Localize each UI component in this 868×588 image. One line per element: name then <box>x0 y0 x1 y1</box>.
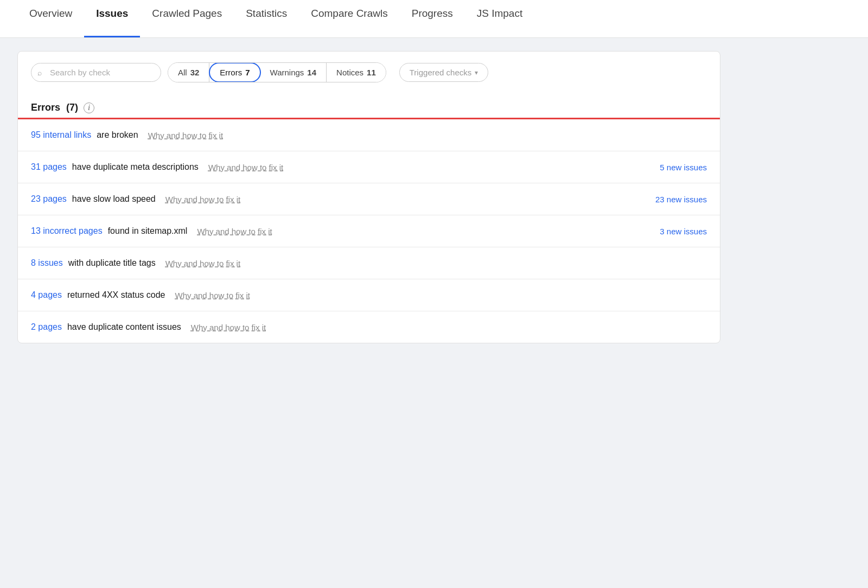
issue-row-duplicate-title: 8 issues with duplicate title tagsWhy an… <box>18 247 720 279</box>
issue-description-broken-links: are broken <box>97 130 138 140</box>
nav-tab-overview[interactable]: Overview <box>17 0 84 37</box>
filter-btn-warnings[interactable]: Warnings 14 <box>260 63 327 82</box>
filter-count-notices: 11 <box>367 68 376 77</box>
issue-left-4xx-status: 4 pages returned 4XX status codeWhy and … <box>31 290 250 300</box>
issue-left-duplicate-content: 2 pages have duplicate content issuesWhy… <box>31 322 266 332</box>
main-content: ⌕ All 32Errors 7Warnings 14Notices 11 Tr… <box>0 38 738 356</box>
why-link-duplicate-title[interactable]: Why and how to fix it <box>165 259 240 268</box>
new-issues-badge-slow-load: 23 new issues <box>655 195 707 204</box>
filter-label-warnings: Warnings <box>270 68 304 77</box>
nav-tab-statistics[interactable]: Statistics <box>234 0 299 37</box>
issue-link-broken-links[interactable]: 95 internal links <box>31 130 91 140</box>
filter-label-all: All <box>178 68 187 77</box>
issue-row-broken-links: 95 internal links are brokenWhy and how … <box>18 119 720 151</box>
nav-tab-progress[interactable]: Progress <box>400 0 465 37</box>
nav-tab-crawled-pages[interactable]: Crawled Pages <box>140 0 234 37</box>
issue-description-slow-load: have slow load speed <box>72 194 156 204</box>
issue-row-sitemap: 13 incorrect pages found in sitemap.xmlW… <box>18 215 720 247</box>
issue-link-duplicate-meta[interactable]: 31 pages <box>31 162 67 172</box>
filter-bar: ⌕ All 32Errors 7Warnings 14Notices 11 Tr… <box>18 52 720 93</box>
nav-tabs-list: OverviewIssuesCrawled PagesStatisticsCom… <box>17 0 534 37</box>
filter-label-errors: Errors <box>220 68 242 77</box>
nav-tab-js-impact[interactable]: JS Impact <box>465 0 534 37</box>
section-title: Errors (7) i <box>31 102 707 113</box>
issue-left-slow-load: 23 pages have slow load speedWhy and how… <box>31 194 240 204</box>
triggered-checks-button[interactable]: Triggered checks ▾ <box>399 63 489 82</box>
filter-count-errors: 7 <box>245 68 250 77</box>
search-input[interactable] <box>31 63 161 82</box>
issue-link-slow-load[interactable]: 23 pages <box>31 194 67 204</box>
new-issues-badge-sitemap: 3 new issues <box>660 227 707 236</box>
triggered-checks-label: Triggered checks <box>410 68 472 77</box>
chevron-down-icon: ▾ <box>475 69 478 76</box>
filter-btn-errors[interactable]: Errors 7 <box>209 62 260 82</box>
section-header: Errors (7) i <box>18 93 720 118</box>
issue-left-duplicate-meta: 31 pages have duplicate meta description… <box>31 162 283 172</box>
issue-row-duplicate-meta: 31 pages have duplicate meta description… <box>18 151 720 183</box>
top-navigation: OverviewIssuesCrawled PagesStatisticsCom… <box>0 0 868 38</box>
issue-left-duplicate-title: 8 issues with duplicate title tagsWhy an… <box>31 258 240 268</box>
issue-description-duplicate-content: have duplicate content issues <box>67 322 181 332</box>
filter-btn-notices[interactable]: Notices 11 <box>327 63 386 82</box>
issue-left-broken-links: 95 internal links are brokenWhy and how … <box>31 130 223 140</box>
issue-description-duplicate-title: with duplicate title tags <box>68 258 156 268</box>
why-link-duplicate-content[interactable]: Why and how to fix it <box>191 323 266 332</box>
issue-link-duplicate-content[interactable]: 2 pages <box>31 322 62 332</box>
issue-row-4xx-status: 4 pages returned 4XX status codeWhy and … <box>18 279 720 311</box>
why-link-duplicate-meta[interactable]: Why and how to fix it <box>208 163 283 172</box>
issue-link-duplicate-title[interactable]: 8 issues <box>31 258 63 268</box>
issue-link-sitemap[interactable]: 13 incorrect pages <box>31 226 103 236</box>
search-wrapper: ⌕ <box>31 63 161 82</box>
issues-panel: ⌕ All 32Errors 7Warnings 14Notices 11 Tr… <box>17 51 720 343</box>
new-issues-badge-duplicate-meta: 5 new issues <box>660 163 707 172</box>
filter-btn-all[interactable]: All 32 <box>168 63 209 82</box>
issues-list: 95 internal links are brokenWhy and how … <box>18 119 720 343</box>
issue-row-duplicate-content: 2 pages have duplicate content issuesWhy… <box>18 311 720 343</box>
issue-link-4xx-status[interactable]: 4 pages <box>31 290 62 300</box>
filter-count-warnings: 14 <box>307 68 316 77</box>
nav-tab-compare-crawls[interactable]: Compare Crawls <box>299 0 399 37</box>
why-link-slow-load[interactable]: Why and how to fix it <box>165 195 240 204</box>
why-link-4xx-status[interactable]: Why and how to fix it <box>175 291 250 300</box>
issue-row-slow-load: 23 pages have slow load speedWhy and how… <box>18 183 720 215</box>
info-icon[interactable]: i <box>84 103 94 113</box>
issue-description-4xx-status: returned 4XX status code <box>67 290 165 300</box>
filter-buttons-group: All 32Errors 7Warnings 14Notices 11 <box>168 62 386 82</box>
filter-label-notices: Notices <box>336 68 363 77</box>
section-title-errors: Errors (7) <box>31 102 78 113</box>
nav-tab-issues[interactable]: Issues <box>84 0 140 37</box>
issue-left-sitemap: 13 incorrect pages found in sitemap.xmlW… <box>31 226 272 236</box>
issue-description-duplicate-meta: have duplicate meta descriptions <box>72 162 199 172</box>
filter-count-all: 32 <box>190 68 200 77</box>
why-link-broken-links[interactable]: Why and how to fix it <box>148 131 223 140</box>
why-link-sitemap[interactable]: Why and how to fix it <box>197 227 272 236</box>
issue-description-sitemap: found in sitemap.xml <box>108 226 188 236</box>
